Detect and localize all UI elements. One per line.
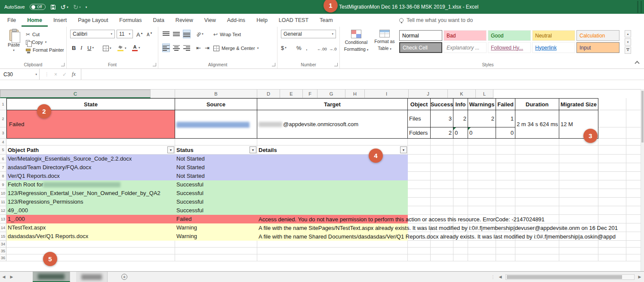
cell[interactable]	[559, 198, 598, 206]
cell[interactable]	[408, 206, 431, 215]
cell[interactable]	[175, 139, 257, 146]
cell-files-label[interactable]: Files	[408, 110, 431, 127]
cell[interactable]	[257, 254, 408, 261]
cell-state-header[interactable]: State	[6, 98, 175, 110]
cell[interactable]	[468, 189, 496, 198]
name-box[interactable]: C30▾	[0, 69, 40, 80]
cell-duration-value[interactable]: 2 m 34 s 624 ms	[515, 110, 559, 139]
cell[interactable]	[598, 254, 626, 261]
cell-status[interactable]: Not Started	[175, 163, 257, 172]
cell-object-path[interactable]: 1_.000	[6, 215, 175, 223]
enter-button[interactable]: ✓	[62, 71, 67, 77]
filter-object-path-button[interactable]: ▼	[167, 146, 174, 153]
cell[interactable]	[468, 172, 496, 180]
undo-button[interactable]: ↺▾	[61, 4, 68, 10]
cell[interactable]	[515, 139, 559, 146]
shrink-font-button[interactable]: A▾	[147, 31, 152, 38]
scroll-right-icon[interactable]: ▶	[637, 275, 643, 279]
cell[interactable]	[6, 254, 175, 261]
autosave-toggle[interactable]: Off	[30, 4, 46, 10]
sheet-nav-next-icon[interactable]: ▶	[8, 272, 15, 282]
wrap-text-button[interactable]: ↩Wrap Text	[213, 31, 241, 38]
cell[interactable]	[453, 146, 468, 155]
cell[interactable]	[408, 146, 431, 155]
style-calculation[interactable]: Calculation	[576, 30, 619, 41]
cell[interactable]	[598, 198, 626, 206]
cell[interactable]	[431, 206, 453, 215]
format-painter-button[interactable]: Format Painter	[26, 46, 64, 53]
percent-style-button[interactable]: %	[296, 44, 302, 52]
decrease-decimal-button[interactable]: →.0	[329, 45, 336, 53]
cell-folders-warnings[interactable]: 0	[468, 127, 496, 139]
align-right-button[interactable]	[183, 44, 190, 52]
top-align-button[interactable]	[163, 30, 169, 38]
vertical-scrollbar[interactable]	[641, 89, 644, 271]
cell[interactable]	[408, 189, 431, 198]
cell[interactable]	[598, 215, 626, 223]
cell-folders-info[interactable]: 0	[453, 127, 468, 139]
ribbon-tab-file[interactable]: File	[2, 14, 22, 27]
accounting-format-button[interactable]: $▾	[281, 44, 287, 52]
cell-status[interactable]: Not Started	[175, 155, 257, 163]
dialog-launcher-icon[interactable]	[334, 63, 338, 66]
column-header-l[interactable]: L	[476, 90, 493, 98]
cell-status[interactable]: Successful	[175, 198, 257, 206]
cell[interactable]	[468, 248, 496, 254]
cell[interactable]	[175, 254, 257, 261]
tell-me-search[interactable]: Tell me what you want to do	[399, 14, 473, 27]
row-header-12[interactable]: 12	[0, 206, 6, 215]
column-header-i[interactable]: I	[365, 90, 409, 98]
sheet-tab-1[interactable]	[33, 272, 70, 282]
cell-duration-header[interactable]: Duration	[515, 98, 559, 110]
cell[interactable]	[408, 198, 431, 206]
cell[interactable]	[468, 254, 496, 261]
row-header-1[interactable]: 1	[0, 98, 6, 110]
cell[interactable]	[431, 198, 453, 206]
cell[interactable]	[453, 180, 468, 189]
cell-source-header[interactable]: Source	[175, 98, 257, 110]
center-button[interactable]	[173, 44, 180, 52]
cell[interactable]	[408, 254, 431, 261]
cell[interactable]	[598, 248, 626, 254]
cell-details[interactable]	[257, 198, 408, 206]
cell[interactable]	[515, 248, 559, 254]
cell[interactable]	[496, 155, 515, 163]
cell[interactable]	[453, 139, 468, 146]
comma-style-button[interactable]: ,	[306, 44, 308, 52]
cell-folders-label[interactable]: Folders	[408, 127, 431, 139]
style-input[interactable]: Input	[576, 42, 619, 53]
ribbon-tab-add-ins[interactable]: Add-ins	[222, 14, 251, 27]
filter-details-button[interactable]: ▼	[400, 146, 407, 153]
cell[interactable]	[453, 241, 468, 248]
cell-object-path[interactable]: NTestText.aspx	[6, 223, 175, 232]
cell-object-path[interactable]: Fetch Root for	[6, 180, 175, 189]
style-explanatory[interactable]: Explanatory ...	[444, 42, 487, 53]
cell-details[interactable]	[257, 172, 408, 180]
cell-status[interactable]: Warning	[175, 223, 257, 232]
cell-folders-failed[interactable]: 0	[496, 127, 515, 139]
cell-files-info[interactable]: 2	[453, 110, 468, 127]
cell[interactable]	[257, 139, 408, 146]
copy-button[interactable]: Copy▾	[26, 39, 46, 46]
cell[interactable]	[496, 146, 515, 155]
cell[interactable]	[559, 189, 598, 198]
cell[interactable]	[515, 206, 559, 215]
cell[interactable]	[431, 248, 453, 254]
cell-info-header[interactable]: Info	[453, 98, 468, 110]
ribbon-tab-data[interactable]: Data	[147, 14, 169, 27]
cell[interactable]	[598, 155, 626, 163]
ribbon-tab-team[interactable]: Team	[314, 14, 339, 27]
ribbon-tab-formulas[interactable]: Formulas	[114, 14, 147, 27]
paste-button[interactable]: Paste ▾	[3, 30, 24, 52]
cell[interactable]	[515, 189, 559, 198]
cell[interactable]	[496, 241, 515, 248]
cell[interactable]	[598, 180, 626, 189]
cell-migrated-size-header[interactable]: Migrated Size	[559, 98, 598, 110]
cell[interactable]	[431, 155, 453, 163]
dialog-launcher-icon[interactable]	[153, 63, 156, 66]
cell-object-path[interactable]: Ver/Q1 Reports.docx	[6, 172, 175, 180]
ribbon-tab-insert[interactable]: Insert	[48, 14, 72, 27]
cell-object-path[interactable]: dasdasdas/Ver/Q1 Reports.docx	[6, 232, 175, 241]
quick-access-customize-button[interactable]: ▾	[86, 6, 87, 9]
insert-function-button[interactable]: fx	[72, 71, 76, 77]
